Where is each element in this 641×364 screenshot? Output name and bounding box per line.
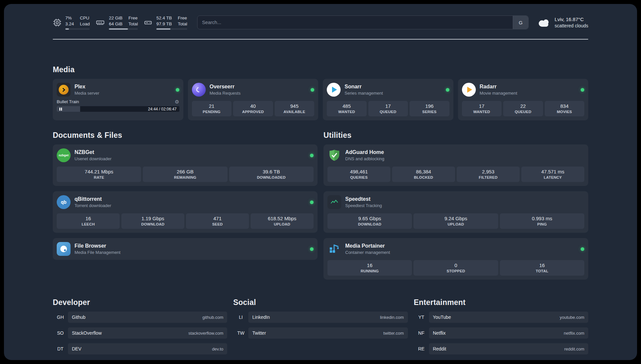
disk-progress-bar bbox=[156, 28, 187, 30]
disk-icon bbox=[143, 18, 153, 27]
qbittorrent-icon-text: qb bbox=[61, 199, 66, 205]
service-description: DNS and adblocking bbox=[345, 156, 384, 161]
service-card-adguard[interactable]: AdGuard Home DNS and adblocking 498,461 … bbox=[323, 144, 588, 186]
status-dot bbox=[581, 88, 584, 92]
bookmark-item-linkedin: LI LinkedIn linkedin.com bbox=[233, 312, 408, 323]
service-card-nzbget[interactable]: nzbget NZBGet Usenet downloader 744.21 M… bbox=[53, 144, 318, 186]
stat-tile: 744.21 Mbps RATE bbox=[57, 167, 141, 182]
bookmark-link[interactable]: YouTube youtube.com bbox=[429, 312, 588, 323]
overseerr-icon bbox=[192, 83, 206, 97]
memory-widget: 22 GiB 64 GiB Free Total bbox=[95, 15, 138, 30]
service-meta: Overseerr Media Requests bbox=[210, 84, 241, 96]
bookmark-link[interactable]: Twitter twitter.com bbox=[248, 327, 408, 339]
stat-tile: 40 APPROVED bbox=[233, 101, 273, 116]
topbar: 7% 3.24 CPU Load bbox=[53, 15, 588, 30]
bookmark-rows: GH Github github.com SO StackOverflow st… bbox=[53, 312, 227, 354]
gear-icon[interactable]: ⚙ bbox=[175, 99, 179, 104]
search-provider-button[interactable]: G bbox=[513, 16, 528, 29]
bookmark-url: netflix.com bbox=[564, 331, 584, 336]
service-card-overseerr[interactable]: Overseerr Media Requests 21 PENDING 40 A… bbox=[188, 79, 319, 120]
cloud-icon bbox=[537, 17, 551, 28]
stat-label: UPLOAD bbox=[252, 222, 312, 226]
bookmark-name: Netflix bbox=[433, 330, 446, 336]
service-name: qBittorrent bbox=[75, 196, 111, 202]
adguard-shield-icon bbox=[327, 148, 341, 162]
section-media: Media Plex Media server Bullet Train bbox=[53, 65, 588, 120]
service-stats: 17 WANTED 22 QUEUED 834 MOVIES bbox=[462, 101, 585, 116]
stat-value: 16 bbox=[58, 216, 118, 221]
stat-tile: 86,384 BLOCKED bbox=[392, 167, 455, 182]
stat-value: 39.6 TB bbox=[230, 169, 312, 174]
service-card-portainer[interactable]: Media Portainer Container management 16 … bbox=[323, 238, 588, 280]
memory-label-bottom: Total bbox=[129, 21, 138, 27]
bookmark-link[interactable]: Netflix netflix.com bbox=[429, 327, 588, 339]
service-name: File Browser bbox=[75, 243, 120, 249]
stat-tile: 17 WANTED bbox=[462, 101, 502, 116]
service-card-radarr[interactable]: Radarr Movie management 17 WANTED 22 QUE… bbox=[458, 79, 589, 120]
service-name: Media Portainer bbox=[345, 243, 390, 249]
bookmark-link[interactable]: StackOverflow stackoverflow.com bbox=[68, 327, 227, 339]
stat-value: 16 bbox=[329, 262, 411, 268]
stat-label: FILTERED bbox=[458, 175, 518, 179]
stat-label: DOWNLOADED bbox=[230, 175, 312, 179]
stat-label: MOVIES bbox=[546, 110, 583, 114]
stat-value: 744.21 Mbps bbox=[58, 169, 140, 174]
pause-icon[interactable] bbox=[59, 107, 62, 110]
stat-label: TOTAL bbox=[501, 269, 583, 273]
bookmark-item-dev: DT DEV dev.to bbox=[53, 343, 227, 354]
stat-label: RATE bbox=[58, 175, 140, 179]
stat-label: LEECH bbox=[58, 222, 118, 226]
bookmark-url: youtube.com bbox=[560, 315, 584, 320]
stat-tile: 196 SERIES bbox=[410, 101, 449, 116]
weather-widget: Lviv, 16.87°C scattered clouds bbox=[537, 16, 588, 28]
bookmark-rows: LI LinkedIn linkedin.com TW Twitter twit… bbox=[233, 312, 408, 339]
weather-text: Lviv, 16.87°C scattered clouds bbox=[555, 16, 588, 28]
service-name: Sonarr bbox=[345, 84, 383, 90]
search-input[interactable] bbox=[197, 15, 529, 29]
utilities-cards: AdGuard Home DNS and adblocking 498,461 … bbox=[323, 144, 588, 280]
plex-now-playing: Bullet Train ⚙ 24:44 / 02:06:47 bbox=[57, 99, 179, 112]
service-header: Overseerr Media Requests bbox=[192, 83, 315, 97]
weather-condition: scattered clouds bbox=[555, 23, 588, 28]
stat-label: WANTED bbox=[463, 110, 501, 114]
stat-tile: 1.19 Gbps DOWNLOAD bbox=[121, 213, 184, 229]
bookmark-link[interactable]: LinkedIn linkedin.com bbox=[248, 312, 408, 323]
stat-label: DOWNLOAD bbox=[123, 222, 183, 226]
bookmark-url: dev.to bbox=[212, 347, 223, 351]
stat-tile: 0 STOPPED bbox=[413, 260, 498, 276]
bookmark-name: Twitter bbox=[252, 330, 266, 336]
seek-bar[interactable]: 24:44 / 02:06:47 bbox=[57, 106, 179, 112]
service-header: Speedtest Speedtest Tracking bbox=[327, 195, 584, 209]
stat-tile: 834 MOVIES bbox=[545, 101, 585, 116]
section-utilities: Utilities AdGuard Home bbox=[323, 131, 588, 280]
bookmark-link[interactable]: DEV dev.to bbox=[68, 343, 227, 354]
dashboard: 7% 3.24 CPU Load bbox=[4, 4, 637, 360]
disk-progress-fill bbox=[156, 28, 170, 30]
stat-label: PENDING bbox=[193, 110, 230, 114]
memory-progress-bar bbox=[109, 28, 138, 30]
stat-label: SERIES bbox=[411, 110, 448, 114]
service-card-qbittorrent[interactable]: qb qBittorrent Torrent downloader 16 LEE… bbox=[53, 191, 318, 233]
service-card-sonarr[interactable]: Sonarr Series management 485 WANTED 17 Q… bbox=[323, 79, 453, 120]
bookmark-link[interactable]: Github github.com bbox=[68, 312, 227, 323]
stat-value: 471 bbox=[187, 216, 248, 221]
cpu-widget: 7% 3.24 CPU Load bbox=[53, 15, 90, 30]
stat-value: 2,953 bbox=[458, 169, 518, 174]
bookmark-url: twitter.com bbox=[383, 331, 404, 336]
stat-value: 498,461 bbox=[329, 169, 389, 174]
bookmark-url: reddit.com bbox=[564, 347, 584, 351]
stat-tile: 17 QUEUED bbox=[368, 101, 408, 116]
cpu-load-value: 3.24 bbox=[65, 21, 74, 27]
service-card-speedtest[interactable]: Speedtest Speedtest Tracking 9.65 Gbps D… bbox=[323, 191, 588, 233]
service-header: Media Portainer Container management bbox=[327, 242, 584, 256]
service-card-plex[interactable]: Plex Media server Bullet Train ⚙ 24:44 /… bbox=[53, 79, 183, 120]
two-column-area: Documents & Files nzbget NZBGet Usenet d… bbox=[53, 131, 588, 280]
service-stats: 16 RUNNING 0 STOPPED 16 TOTAL bbox=[327, 260, 584, 276]
stat-label: APPROVED bbox=[234, 110, 272, 114]
bookmark-link[interactable]: Reddit reddit.com bbox=[429, 343, 588, 354]
service-card-filebrowser[interactable]: File Browser Media File Management bbox=[53, 238, 318, 260]
memory-label-top: Free bbox=[129, 15, 138, 21]
stat-value: 17 bbox=[370, 103, 407, 109]
stat-label: PING bbox=[501, 222, 583, 226]
bookmark-group-title: Developer bbox=[53, 298, 227, 307]
